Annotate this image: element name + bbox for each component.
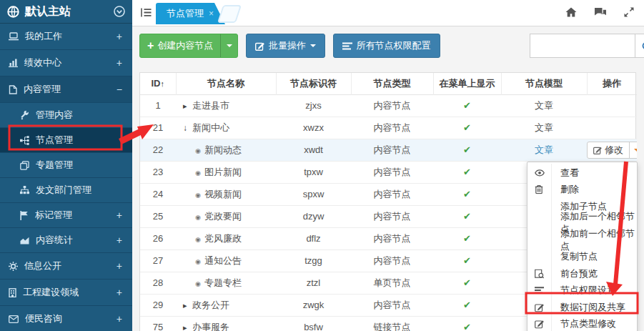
col-model[interactable]: 节点模型 [501, 73, 587, 94]
collapse-minus-icon[interactable]: − [117, 84, 122, 95]
arrow-down-icon[interactable]: ↓ [183, 123, 192, 133]
check-icon: ✔ [463, 144, 471, 155]
expand-plus-icon[interactable]: + [117, 313, 122, 325]
menu-item-data-subscribe-share[interactable]: 数据订阅及共享 [527, 299, 637, 316]
node-name[interactable]: 政务公开 [192, 300, 229, 310]
expand-icon[interactable] [624, 7, 634, 17]
node-name[interactable]: 图片新闻 [204, 167, 242, 177]
sidebar-item-content-mgmt[interactable]: 内容管理 − [0, 76, 132, 103]
caret-right-icon[interactable]: ▸ [183, 301, 192, 310]
check-icon: ✔ [463, 189, 471, 199]
clone-icon [20, 161, 29, 170]
node-name[interactable]: 新闻动态 [204, 144, 242, 155]
check-icon: ✔ [463, 211, 471, 222]
caret-right-icon[interactable]: ▸ [183, 102, 192, 111]
col-menu-visible[interactable]: 在菜单上显示 [433, 73, 501, 94]
toolbar: + 创建内容节点 批量操作 所有节点权限配置 [139, 34, 636, 58]
edit-icon [255, 41, 264, 51]
sidebar-item-dept-mgmt[interactable]: 发文部门管理 [0, 178, 132, 203]
sidebar-item-info-disclosure[interactable]: 信息公开 + [0, 253, 132, 280]
col-name[interactable]: 节点名称 [176, 73, 276, 94]
node-name[interactable]: 党政要闻 [204, 211, 242, 222]
col-type[interactable]: 节点类型 [351, 73, 433, 94]
sidebar-item-public-consult[interactable]: 便民咨询 + [0, 306, 132, 331]
col-slug[interactable]: 节点标识符 [276, 73, 351, 94]
col-id[interactable]: ID↑ [140, 73, 176, 94]
check-icon: ✔ [463, 167, 471, 177]
gear-icon [9, 262, 18, 271]
node-name[interactable]: 通知公告 [204, 255, 242, 266]
node-name[interactable]: 视频新闻 [204, 189, 242, 199]
tab-close-icon[interactable]: × [209, 3, 214, 24]
model-link[interactable]: 文章 [501, 139, 587, 161]
sidebar-item-construction[interactable]: 工程建设领域 + [0, 280, 132, 306]
sidebar-item-manage-content[interactable]: 管理内容 [0, 103, 132, 128]
all-node-perms-button[interactable]: 所有节点权限配置 [333, 34, 440, 58]
edit-split-button[interactable]: 修改 [587, 142, 637, 159]
menu-item-change-node-type[interactable]: 节点类型修改 [527, 316, 637, 331]
menu-item-preview[interactable]: 前台预览 [527, 265, 637, 282]
expand-plus-icon[interactable]: + [117, 287, 122, 298]
menu-item-view[interactable]: 查看 [527, 164, 637, 182]
batch-actions-button[interactable]: 批量操作 [246, 34, 325, 58]
check-icon: ✔ [463, 233, 471, 244]
area-chart-icon [20, 237, 29, 244]
menu-item-delete[interactable]: 删除 [527, 182, 637, 199]
sidebar-item-my-work[interactable]: 我的工作 + [0, 24, 132, 50]
menu-item-add-prev-sibling[interactable]: 添加前一个相邻节点 [527, 232, 637, 249]
expand-plus-icon[interactable]: + [117, 209, 122, 221]
sidebar-item-topic-mgmt[interactable]: 专题管理 [0, 153, 132, 178]
node-name[interactable]: 走进县市 [192, 100, 229, 111]
org-tree-icon [20, 186, 29, 194]
expand-plus-icon[interactable]: + [117, 31, 122, 42]
table-row[interactable]: 22 ◉新闻动态 xwdt 内容节点 ✔ 文章 [140, 139, 637, 161]
expand-plus-icon[interactable]: + [117, 57, 122, 69]
context-menu: 查看 删除 添加子节点 添加后一个相邻节点 添加前一个相邻节点 复制节点 前台预… [527, 162, 638, 331]
comments-icon[interactable] [594, 7, 607, 17]
trash-icon [535, 185, 543, 194]
bars-icon [535, 287, 544, 294]
eye-icon [535, 169, 545, 177]
caret-down-icon [310, 44, 316, 47]
expand-plus-icon[interactable]: + [117, 234, 122, 246]
node-name[interactable]: 专题专栏 [204, 277, 242, 288]
home-icon[interactable] [565, 7, 577, 17]
envelope-icon [9, 315, 19, 323]
top-navbar: 节点管理 × [132, 0, 644, 26]
tab-node-mgmt[interactable]: 节点管理 × [156, 3, 225, 24]
bar-chart-icon [9, 59, 18, 67]
dot-circle-icon: ◉ [195, 280, 204, 287]
edit-icon [535, 302, 544, 312]
bars-icon [342, 42, 352, 50]
create-node-dropdown-toggle[interactable] [220, 34, 237, 57]
node-name[interactable]: 新闻中心 [192, 122, 229, 133]
preview-icon [535, 269, 544, 278]
menu-item-node-perms[interactable]: 节点权限设置 [527, 282, 637, 300]
site-brand[interactable]: 默认主站 [0, 0, 132, 24]
edit-icon [593, 146, 602, 154]
search-icon[interactable] [635, 34, 644, 58]
caret-down-icon [634, 149, 638, 152]
sidebar-item-tag-mgmt[interactable]: 标记管理 + [0, 203, 132, 228]
node-name[interactable]: 办事服务 [192, 322, 229, 331]
caret-right-icon[interactable]: ▸ [183, 323, 192, 331]
node-name[interactable]: 党风廉政 [204, 233, 242, 244]
sidebar-item-node-mgmt[interactable]: 节点管理 [0, 128, 132, 153]
edit-dropdown-toggle[interactable] [629, 142, 637, 158]
chevron-circle-down-icon[interactable] [114, 6, 125, 17]
sitemap-icon [20, 136, 29, 145]
search-input[interactable] [530, 34, 635, 58]
sidebar-toggle-icon[interactable] [141, 8, 152, 17]
sidebar-item-content-stats[interactable]: 内容统计 + [0, 228, 132, 253]
flag-icon [20, 211, 29, 220]
col-actions[interactable]: 操作 [587, 73, 637, 94]
plus-icon: + [147, 40, 154, 51]
sort-asc-icon: ↑ [161, 79, 165, 88]
sidebar-item-performance[interactable]: 绩效中心 + [0, 50, 132, 76]
menu-item-copy-node[interactable]: 复制节点 [527, 249, 637, 266]
table-row[interactable]: 21 ↓新闻中心 xwzx 内容节点 ✔ 文章 [140, 117, 637, 139]
create-node-button[interactable]: + 创建内容节点 [139, 34, 238, 58]
expand-plus-icon[interactable]: + [117, 260, 122, 272]
table-row[interactable]: 1 ▸走进县市 zjxs 内容节点 ✔ 文章 [140, 94, 637, 117]
tab-ghost [217, 5, 242, 23]
